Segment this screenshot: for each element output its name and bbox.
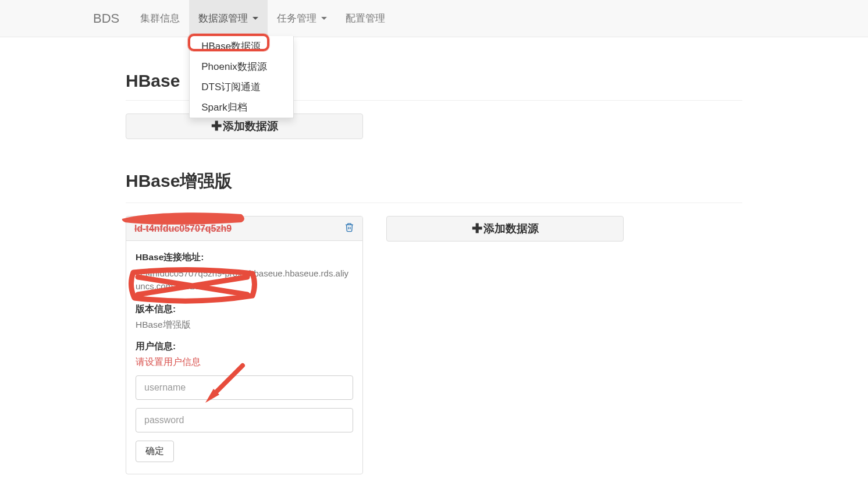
nav-datasource-manage[interactable]: 数据源管理 HBase数据源 Phoenix数据源 DTS订阅通道 Spark归… bbox=[189, 0, 268, 38]
datasource-card-body: HBase连接地址: ld-t4nfduc05707q5zh9-proxy-hb… bbox=[126, 241, 362, 474]
section-title-hbase-plus: HBase增强版 bbox=[126, 169, 742, 193]
plus-icon: ✚ bbox=[472, 222, 482, 235]
confirm-button[interactable]: 确定 bbox=[136, 441, 174, 462]
version-value: HBase增强版 bbox=[136, 319, 353, 331]
user-info-label: 用户信息: bbox=[136, 340, 353, 353]
dropdown-item-dts[interactable]: DTS订阅通道 bbox=[190, 77, 293, 97]
datasource-card-header: ld-t4nfduc05707q5zh9 bbox=[126, 217, 362, 241]
nav-label: 配置管理 bbox=[346, 12, 385, 25]
nav-config-manage[interactable]: 配置管理 bbox=[336, 0, 394, 38]
brand[interactable]: BDS bbox=[93, 11, 119, 26]
dropdown-item-label: HBase数据源 bbox=[201, 41, 261, 52]
add-datasource-button-hbaseplus[interactable]: ✚ 添加数据源 bbox=[386, 216, 624, 242]
conn-address-value: ld-t4nfduc05707q5zh9-proxy-hbaseue.hbase… bbox=[136, 267, 353, 293]
nav-label: 数据源管理 bbox=[198, 12, 248, 25]
password-input[interactable] bbox=[136, 408, 353, 432]
version-label: 版本信息: bbox=[136, 303, 353, 315]
nav-label: 任务管理 bbox=[277, 12, 316, 25]
dropdown-item-spark[interactable]: Spark归档 bbox=[190, 97, 293, 118]
username-input[interactable] bbox=[136, 375, 353, 400]
user-info-warning: 请设置用户信息 bbox=[136, 356, 353, 368]
section-divider bbox=[126, 203, 742, 203]
plus-icon: ✚ bbox=[211, 120, 222, 133]
chevron-down-icon bbox=[252, 17, 258, 20]
nav-cluster-info[interactable]: 集群信息 bbox=[131, 0, 189, 38]
nav-label: 集群信息 bbox=[140, 12, 180, 25]
delete-button[interactable] bbox=[344, 222, 354, 235]
add-datasource-label: 添加数据源 bbox=[223, 119, 278, 134]
datasource-dropdown: HBase数据源 Phoenix数据源 DTS订阅通道 Spark归档 bbox=[189, 36, 294, 118]
chevron-down-icon bbox=[321, 17, 327, 20]
nav-task-manage[interactable]: 任务管理 bbox=[268, 0, 336, 38]
conn-address-label: HBase连接地址: bbox=[136, 251, 353, 264]
datasource-card: ld-t4nfduc05707q5zh9 HBase连接地址: ld-t4nfd… bbox=[126, 216, 363, 474]
trash-icon bbox=[344, 222, 354, 232]
top-navbar: BDS 集群信息 数据源管理 HBase数据源 Phoenix数据源 DTS订阅… bbox=[0, 0, 868, 37]
add-datasource-label: 添加数据源 bbox=[483, 221, 539, 236]
dropdown-item-hbase[interactable]: HBase数据源 bbox=[190, 36, 293, 56]
datasource-name: ld-t4nfduc05707q5zh9 bbox=[134, 224, 232, 234]
dropdown-item-phoenix[interactable]: Phoenix数据源 bbox=[190, 56, 293, 77]
